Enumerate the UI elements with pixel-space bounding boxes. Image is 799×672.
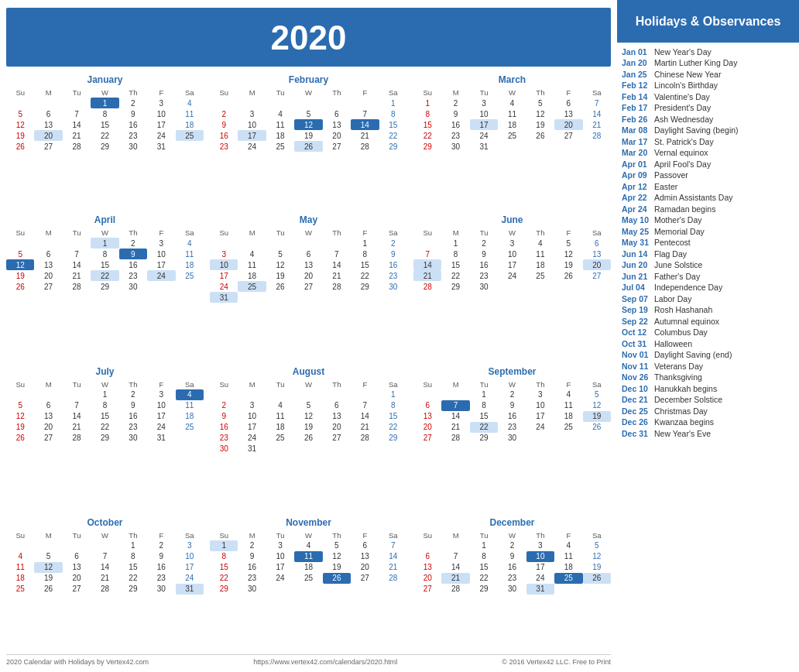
cal-table-march: SuMTuWThFSa12345678910111213141516171819… [413,87,611,152]
cal-day: 16 [119,259,147,270]
cal-day: 6 [34,249,62,259]
cal-day: 29 [210,584,238,595]
cal-day: 6 [583,238,611,249]
day-header-su: Su [413,379,441,389]
day-header-th: Th [526,87,554,98]
day-header-th: Th [323,228,351,238]
cal-day: 15 [210,562,238,573]
cal-day: 17 [470,119,498,130]
cal-day: 30 [470,281,498,292]
cal-day: 23 [119,422,147,433]
cal-day [351,584,379,595]
holiday-item: Feb 17President's Day [622,103,793,112]
cal-day: 4 [266,108,294,119]
cal-table-february: SuMTuWThFSa12345678910111213141516171819… [210,87,407,152]
cal-day: 4 [176,238,204,249]
cal-day [210,389,238,400]
cal-day: 11 [176,400,204,411]
cal-day: 8 [91,108,118,119]
cal-day [554,281,582,292]
cal-day: 10 [470,108,498,119]
holiday-name: Kwanzaa begins [654,417,714,427]
holiday-date: Jun 14 [622,249,654,259]
cal-day: 8 [470,551,498,562]
cal-day: 19 [266,270,294,281]
cal-day: 3 [147,238,175,249]
cal-day: 26 [323,573,351,584]
cal-day: 2 [119,238,147,249]
cal-day: 2 [470,238,498,249]
holiday-date: Dec 25 [622,406,654,416]
day-header-f: F [351,228,379,238]
holiday-item: Jun 20June Solstice [622,260,793,269]
day-header-sa: Sa [583,379,611,389]
day-header-m: M [441,87,469,98]
cal-day: 16 [119,411,147,422]
cal-day: 24 [470,130,498,141]
cal-day: 26 [583,422,611,433]
holiday-date: Feb 14 [622,92,654,101]
day-header-su: Su [210,87,238,98]
calendar-section: 2020 JanuarySuMTuWThFSa12345678910111213… [0,0,617,672]
cal-day: 29 [413,141,441,152]
day-header-tu: Tu [266,379,294,389]
cal-day: 22 [413,130,441,141]
footer-right: © 2016 Vertex42 LLC. Free to Print [502,658,611,666]
cal-day [266,292,294,303]
cal-day: 17 [147,119,175,130]
holiday-date: Sep 22 [622,317,654,326]
day-header-w: W [294,530,322,540]
cal-day: 13 [323,119,351,130]
day-header-sa: Sa [176,379,204,389]
cal-day: 15 [470,411,498,422]
day-header-w: W [498,228,526,238]
cal-day [379,444,407,454]
holiday-name: Lincoln's Birthday [654,81,718,90]
cal-day: 6 [323,108,351,119]
cal-day: 25 [6,584,34,595]
cal-day: 12 [294,411,322,422]
cal-day: 13 [34,411,62,422]
cal-day: 5 [323,540,351,551]
cal-day: 27 [63,584,91,595]
cal-day: 14 [351,119,379,130]
cal-day: 12 [34,562,62,573]
cal-day: 20 [294,270,322,281]
cal-day: 1 [119,540,147,551]
day-header-m: M [441,530,469,540]
cal-day: 26 [526,130,554,141]
cal-day: 30 [379,281,407,292]
cal-day: 31 [526,584,554,595]
holiday-item: Jun 14Flag Day [622,249,793,259]
cal-day: 7 [351,108,379,119]
cal-day: 9 [119,108,147,119]
holiday-name: Flag Day [654,249,687,259]
holiday-date: May 31 [622,238,654,247]
cal-day: 5 [526,98,554,108]
day-header-th: Th [323,87,351,98]
cal-day: 1 [91,389,118,400]
holiday-date: Feb 12 [622,81,654,90]
holiday-date: Jan 01 [622,47,654,57]
day-header-th: Th [323,530,351,540]
month-block-june: JuneSuMTuWThFSa1234567891011121314151617… [413,214,611,358]
cal-day: 19 [294,422,322,433]
cal-day: 13 [34,259,62,270]
cal-day: 28 [323,281,351,292]
cal-day: 11 [526,249,554,259]
cal-day: 5 [583,540,611,551]
cal-day: 1 [413,98,441,108]
cal-day: 22 [470,422,498,433]
cal-day: 27 [583,270,611,281]
day-header-w: W [294,379,322,389]
cal-day: 23 [379,270,407,281]
cal-table-july: SuMTuWThFSa12345678910111213141516171819… [6,379,204,444]
cal-day [554,433,582,444]
cal-day: 17 [238,422,266,433]
month-name-november: November [210,517,407,528]
cal-day: 13 [294,259,322,270]
cal-day: 12 [583,551,611,562]
cal-day: 11 [294,551,322,562]
holiday-item: Nov 11Veterans Day [622,362,793,371]
cal-day: 25 [294,573,322,584]
